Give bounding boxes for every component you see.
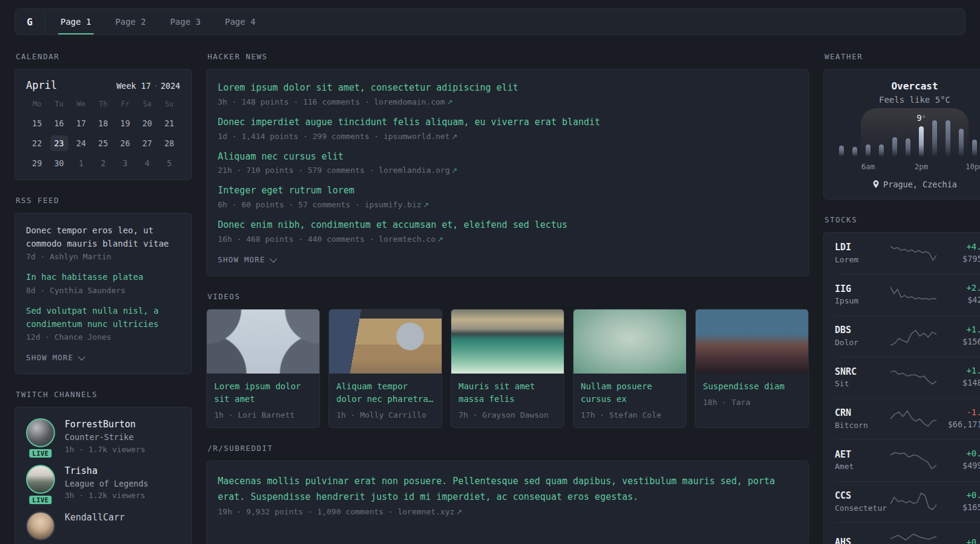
weather-hour-slot xyxy=(861,118,875,157)
video-title[interactable]: Lorem ipsum dolor sit amet consectetu… xyxy=(214,380,312,406)
tab-page-2[interactable]: Page 2 xyxy=(103,9,158,34)
avatar xyxy=(26,418,55,447)
hackernews-item[interactable]: Lorem ipsum dolor sit amet, consectetur … xyxy=(218,82,797,106)
external-link-icon: ↗ xyxy=(450,132,458,141)
hackernews-domain-link[interactable]: loremlandia.org xyxy=(379,166,449,175)
video-thumbnail[interactable] xyxy=(207,309,319,374)
stock-info: CRNBitcorn xyxy=(835,407,890,431)
stock-symbol: DBS xyxy=(835,324,890,336)
video-card[interactable]: Nullam posuere cursus ex17h · Stefan Col… xyxy=(573,309,687,428)
calendar-day: 25 xyxy=(94,135,112,151)
stock-values: +4.35%$795.18 xyxy=(936,241,980,265)
videos-section-title: VIDEOS xyxy=(207,292,809,301)
stock-info: AHS xyxy=(835,536,890,544)
calendar-day: 22 xyxy=(28,135,46,151)
tab-page-4[interactable]: Page 4 xyxy=(213,9,268,34)
hackernews-item-title[interactable]: Donec enim nibh, condimentum et accumsan… xyxy=(218,219,797,232)
stock-sparkline xyxy=(890,490,936,513)
stock-row-dbs[interactable]: DBSDolor+1.42%$156.28 xyxy=(835,316,980,357)
weather-hourly-chart: 9° xyxy=(835,118,980,157)
rss-section-title: RSS FEED xyxy=(16,196,192,205)
hackernews-item[interactable]: Integer eget rutrum lorem6h · 60 points … xyxy=(218,184,797,209)
hackernews-domain-link[interactable]: loremdomain.com xyxy=(374,97,445,106)
subreddit-item-meta: 19h · 9,932 points · 1,090 comments · lo… xyxy=(218,507,797,516)
stock-row-ccs[interactable]: CCSConsectetur+0.51%$165.84 xyxy=(835,481,980,522)
live-badge: LIVE xyxy=(28,448,53,459)
twitch-channel-row[interactable]: LIVETrishaLeague of Legends3h · 1.2k vie… xyxy=(26,465,180,502)
stock-row-aet[interactable]: AETAmet+0.92%$499.72 xyxy=(835,439,980,481)
weather-hour-slot xyxy=(875,118,888,157)
twitch-channel-meta: 1h · 1.7k viewers xyxy=(65,444,145,456)
top-nav: G Page 1Page 2Page 3Page 4 xyxy=(15,8,965,35)
video-thumbnail[interactable] xyxy=(329,309,442,374)
calendar-section: CALENDAR April Week 17·2024 MoTuWeThFrSa… xyxy=(15,52,192,180)
rss-item-meta: 7d · Ashlyn Martin xyxy=(26,252,180,261)
tab-page-3[interactable]: Page 3 xyxy=(158,9,213,34)
stock-row-crn[interactable]: CRNBitcorn-1.00%$66,171.48 xyxy=(835,398,980,439)
twitch-channel-row[interactable]: LIVEForrestBurtonCounter-Strike1h · 1.7k… xyxy=(26,418,180,455)
stock-sparkline xyxy=(890,242,936,265)
stock-symbol: SNRC xyxy=(835,366,890,378)
hackernews-item-title[interactable]: Donec imperdiet augue tincidunt felis al… xyxy=(218,116,797,129)
rss-item-title[interactable]: In hac habitasse platea xyxy=(26,271,180,284)
hackernews-item[interactable]: Donec enim nibh, condimentum et accumsan… xyxy=(218,219,797,244)
calendar-day: 18 xyxy=(94,115,112,131)
weather-hour-slot xyxy=(955,118,968,157)
hackernews-item-title[interactable]: Lorem ipsum dolor sit amet, consectetur … xyxy=(218,82,797,95)
hackernews-item[interactable]: Donec imperdiet augue tincidunt felis al… xyxy=(218,116,797,141)
external-link-icon: ↗ xyxy=(436,235,443,244)
tab-page-1[interactable]: Page 1 xyxy=(48,9,103,34)
stock-info: CCSConsectetur xyxy=(835,490,890,514)
weather-bar xyxy=(946,120,950,157)
hackernews-item[interactable]: Aliquam nec cursus elit21h · 710 points … xyxy=(218,151,797,175)
hackernews-domain-link[interactable]: ipsumify.biz xyxy=(365,200,422,209)
stock-name: Amet xyxy=(835,461,890,473)
weather-section: WEATHER Overcast Feels like 5°C 9° 6am2p… xyxy=(823,52,980,199)
calendar-day: 24 xyxy=(72,135,90,151)
rss-item[interactable]: In hac habitasse platea8d · Cynthia Saun… xyxy=(26,271,180,295)
rss-item-title[interactable]: Sed volutpat nulla nisl, a condimentum n… xyxy=(26,305,180,331)
stock-row-snrc[interactable]: SNRCSit+1.36%$148.64 xyxy=(835,357,980,398)
hackernews-item-title[interactable]: Integer eget rutrum lorem xyxy=(218,184,797,198)
video-thumbnail[interactable] xyxy=(451,309,564,374)
subreddit-domain-link[interactable]: loremnet.xyz xyxy=(397,507,454,516)
rss-item[interactable]: Donec tempor eros leo, ut commodo mauris… xyxy=(26,224,180,261)
twitch-channel-row[interactable]: KendallCarr xyxy=(26,511,180,540)
video-card[interactable]: Aliquam tempor dolor nec pharetra…1h · M… xyxy=(328,309,442,428)
rss-show-more-button[interactable]: SHOW MORE xyxy=(26,353,83,362)
video-title[interactable]: Suspendisse diam xyxy=(703,380,801,393)
video-title[interactable]: Nullam posuere cursus ex xyxy=(581,380,679,406)
stock-symbol: CRN xyxy=(835,407,890,419)
weather-time-label: 2pm xyxy=(915,162,929,171)
hackernews-domain-link[interactable]: loremtech.co xyxy=(379,235,436,244)
video-thumbnail[interactable] xyxy=(696,309,808,374)
calendar-header: April Week 17·2024 xyxy=(26,79,180,91)
video-title[interactable]: Mauris sit amet massa felis xyxy=(459,380,557,406)
video-card[interactable]: Lorem ipsum dolor sit amet consectetu…1h… xyxy=(206,309,320,428)
right-column: WEATHER Overcast Feels like 5°C 9° 6am2p… xyxy=(823,52,980,544)
hackernews-show-more-button[interactable]: SHOW MORE xyxy=(218,255,275,264)
weather-bar xyxy=(839,146,844,157)
rss-item-title[interactable]: Donec tempor eros leo, ut commodo mauris… xyxy=(26,224,180,250)
video-thumbnail[interactable] xyxy=(573,309,686,374)
stock-price: $42.04 xyxy=(936,294,980,307)
stock-change: +2.84% xyxy=(936,282,980,294)
stock-info: SNRCSit xyxy=(835,366,890,390)
hackernews-item-title[interactable]: Aliquam nec cursus elit xyxy=(218,151,797,164)
video-card[interactable]: Mauris sit amet massa felis7h · Grayson … xyxy=(451,309,564,428)
stock-row-ahs[interactable]: AHS+0.46% xyxy=(835,522,980,544)
video-title[interactable]: Aliquam tempor dolor nec pharetra… xyxy=(336,380,434,406)
stock-name: Ipsum xyxy=(835,295,890,307)
hackernews-domain-link[interactable]: ipsumworld.net xyxy=(384,132,450,141)
stock-symbol: LDI xyxy=(835,241,890,253)
subreddit-item-title[interactable]: Maecenas mollis pulvinar erat non posuer… xyxy=(218,473,797,505)
stock-row-ldi[interactable]: LDILorem+4.35%$795.18 xyxy=(835,233,980,274)
rss-item[interactable]: Sed volutpat nulla nisl, a condimentum n… xyxy=(26,305,180,342)
stock-row-iig[interactable]: IIGIpsum+2.84%$42.04 xyxy=(835,274,980,315)
calendar-section-title: CALENDAR xyxy=(16,52,192,61)
twitch-channel-info: ForrestBurtonCounter-Strike1h · 1.7k vie… xyxy=(65,418,145,455)
video-card[interactable]: Suspendisse diam18h · Tara xyxy=(695,309,809,428)
subreddit-item[interactable]: Maecenas mollis pulvinar erat non posuer… xyxy=(218,473,797,517)
live-badge: LIVE xyxy=(28,494,53,505)
video-meta: 18h · Tara xyxy=(703,398,801,407)
